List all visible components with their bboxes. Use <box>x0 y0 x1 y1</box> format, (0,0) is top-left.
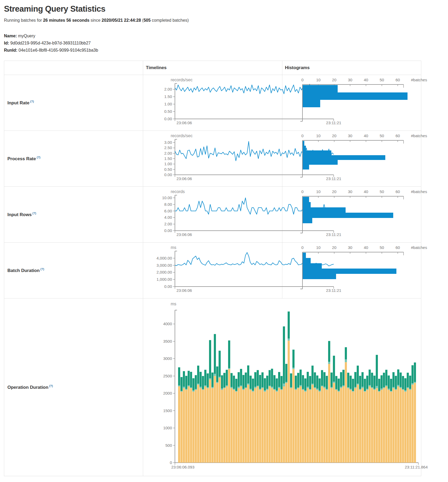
stacked-bar-segment[interactable] <box>280 390 283 463</box>
stacked-bar-segment[interactable] <box>378 392 380 463</box>
stacked-bar-segment[interactable] <box>250 389 252 390</box>
stacked-bar-segment[interactable] <box>207 387 209 388</box>
stacked-bar-segment[interactable] <box>233 376 235 389</box>
stacked-bar-segment[interactable] <box>411 383 414 385</box>
histogram-bar[interactable] <box>303 197 309 202</box>
stacked-bar-segment[interactable] <box>223 388 225 463</box>
stacked-bar-segment[interactable] <box>397 385 399 386</box>
stacked-bar-segment[interactable] <box>190 388 192 463</box>
stacked-bar-segment[interactable] <box>390 379 392 391</box>
stacked-bar-segment[interactable] <box>273 389 275 390</box>
stacked-bar-segment[interactable] <box>238 388 240 463</box>
stacked-bar-segment[interactable] <box>242 375 245 389</box>
stacked-bar-segment[interactable] <box>238 372 240 387</box>
stacked-bar-segment[interactable] <box>245 388 247 463</box>
stacked-bar-segment[interactable] <box>357 385 359 463</box>
stacked-bar-segment[interactable] <box>376 355 378 386</box>
histogram-bar[interactable] <box>303 202 311 207</box>
stacked-bar-segment[interactable] <box>354 372 356 387</box>
stacked-bar-segment[interactable] <box>183 388 185 463</box>
stacked-bar-segment[interactable] <box>304 391 306 392</box>
stacked-bar-segment[interactable] <box>407 387 409 388</box>
stacked-bar-segment[interactable] <box>345 359 347 362</box>
stacked-bar-segment[interactable] <box>309 389 311 390</box>
stacked-bar-segment[interactable] <box>402 390 404 463</box>
stacked-bar-segment[interactable] <box>404 378 406 390</box>
help-icon[interactable]: (?) <box>49 384 53 387</box>
stacked-bar-segment[interactable] <box>180 377 183 391</box>
stacked-bar-segment[interactable] <box>273 375 275 389</box>
stacked-bar-segment[interactable] <box>381 390 383 463</box>
stacked-bar-segment[interactable] <box>302 375 304 389</box>
stacked-bar-segment[interactable] <box>323 372 325 387</box>
stacked-bar-segment[interactable] <box>276 392 278 463</box>
stacked-bar-segment[interactable] <box>397 386 399 463</box>
stacked-bar-segment[interactable] <box>290 388 292 463</box>
stacked-bar-segment[interactable] <box>376 388 378 463</box>
stacked-bar-segment[interactable] <box>304 378 306 391</box>
histogram-bar[interactable] <box>303 207 346 213</box>
stacked-bar-segment[interactable] <box>369 386 371 463</box>
stacked-bar-segment[interactable] <box>300 386 302 463</box>
stacked-bar-segment[interactable] <box>307 387 309 388</box>
stacked-bar-segment[interactable] <box>400 373 402 387</box>
process-rate-histogram-chart[interactable]: 0102030405060#batches <box>282 133 441 185</box>
stacked-bar-segment[interactable] <box>273 390 275 463</box>
stacked-bar-segment[interactable] <box>211 373 214 387</box>
stacked-bar-segment[interactable] <box>200 388 202 463</box>
stacked-bar-segment[interactable] <box>323 388 325 463</box>
stacked-bar-segment[interactable] <box>342 386 345 463</box>
stacked-bar-segment[interactable] <box>288 311 290 338</box>
stacked-bar-segment[interactable] <box>214 374 216 376</box>
stacked-bar-segment[interactable] <box>314 388 316 463</box>
stacked-bar-segment[interactable] <box>409 389 411 390</box>
stacked-bar-segment[interactable] <box>411 385 414 463</box>
stacked-bar-segment[interactable] <box>257 370 259 386</box>
stacked-bar-segment[interactable] <box>211 387 214 388</box>
stacked-bar-segment[interactable] <box>261 388 264 463</box>
stacked-bar-segment[interactable] <box>269 370 271 386</box>
stacked-bar-segment[interactable] <box>183 387 185 388</box>
stacked-bar-segment[interactable] <box>383 373 385 387</box>
histogram-bar[interactable] <box>303 155 385 160</box>
stacked-bar-segment[interactable] <box>333 382 335 383</box>
stacked-bar-segment[interactable] <box>240 386 242 386</box>
stacked-bar-segment[interactable] <box>216 382 218 383</box>
stacked-bar-segment[interactable] <box>204 385 206 386</box>
stacked-bar-segment[interactable] <box>371 387 373 388</box>
stacked-bar-segment[interactable] <box>295 389 297 390</box>
stacked-bar-segment[interactable] <box>297 387 299 388</box>
stacked-bar-segment[interactable] <box>300 385 302 386</box>
stacked-bar-segment[interactable] <box>340 388 342 463</box>
stacked-bar-segment[interactable] <box>283 327 285 384</box>
stacked-bar-segment[interactable] <box>266 390 268 463</box>
stacked-bar-segment[interactable] <box>245 387 247 388</box>
stacked-bar-segment[interactable] <box>202 390 204 463</box>
stacked-bar-segment[interactable] <box>271 388 273 463</box>
stacked-bar-segment[interactable] <box>190 387 192 388</box>
stacked-bar-segment[interactable] <box>226 385 228 386</box>
stacked-bar-segment[interactable] <box>352 379 354 391</box>
histogram-bar[interactable] <box>303 213 393 218</box>
stacked-bar-segment[interactable] <box>259 390 261 463</box>
histogram-bar[interactable] <box>303 92 408 100</box>
stacked-bar-segment[interactable] <box>290 387 292 388</box>
histogram-bar[interactable] <box>303 263 322 269</box>
stacked-bar-segment[interactable] <box>228 368 230 369</box>
stacked-bar-segment[interactable] <box>185 390 187 463</box>
stacked-bar-segment[interactable] <box>223 387 225 388</box>
stacked-bar-segment[interactable] <box>297 388 299 463</box>
stacked-bar-segment[interactable] <box>326 389 328 390</box>
stacked-bar-segment[interactable] <box>250 390 252 463</box>
histogram-bar[interactable] <box>303 269 396 274</box>
stacked-bar-segment[interactable] <box>352 392 354 463</box>
stacked-bar-segment[interactable] <box>254 387 256 388</box>
stacked-bar-segment[interactable] <box>359 376 361 389</box>
stacked-bar-segment[interactable] <box>359 389 361 390</box>
stacked-bar-segment[interactable] <box>385 386 387 463</box>
stacked-bar-segment[interactable] <box>359 390 361 463</box>
stacked-bar-segment[interactable] <box>197 366 199 384</box>
help-icon[interactable]: (?) <box>40 267 44 271</box>
stacked-bar-segment[interactable] <box>366 376 368 389</box>
stacked-bar-segment[interactable] <box>338 379 340 391</box>
